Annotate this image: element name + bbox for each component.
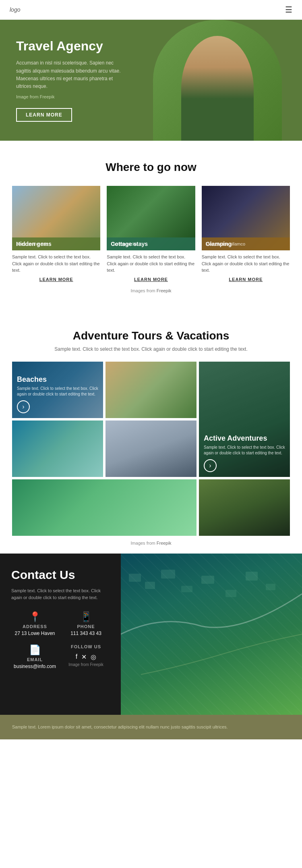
card-label-1: Hidden gems — [12, 236, 100, 250]
svg-rect-4 — [201, 576, 214, 584]
adv-overlay-active: Active Adventures Sample text. Click to … — [199, 362, 290, 477]
address-label: ADDRESS — [23, 624, 47, 629]
adv-cell-mountain[interactable] — [105, 420, 197, 477]
phone-value: 111 343 43 43 — [70, 631, 101, 636]
adv-cell-active[interactable]: Active Adventures Sample text. Click to … — [199, 362, 290, 477]
facebook-icon[interactable]: f — [76, 653, 77, 661]
email-label: EMAIL — [27, 657, 43, 662]
adventure-grid: Beaches Sample text. Click to select the… — [12, 362, 290, 536]
svg-rect-6 — [246, 572, 258, 581]
contact-phone-item: 📱 PHONE 111 343 43 43 — [62, 611, 110, 636]
card-image-tent: Hidden gems Sites on the rise — [12, 186, 100, 250]
svg-rect-7 — [266, 584, 275, 590]
card-hidden-gems[interactable]: Hidden gems Sites on the rise Sample tex… — [12, 186, 100, 282]
adv-btn-active[interactable]: › — [204, 459, 217, 472]
contact-address-item: 📍 ADDRESS 27 13 Lowe Haven — [11, 611, 58, 636]
card-label-bg-1: Hidden gems Sites on the rise — [12, 237, 100, 250]
header: logo ☰ — [0, 0, 302, 20]
contact-title: Contact Us — [11, 568, 110, 582]
adv-title-active: Active Adventures — [204, 434, 285, 443]
adv-overlay-beaches: Beaches Sample text. Click to select the… — [12, 362, 103, 418]
footer-text: Sample text. Lorem ipsum dolor sit amet,… — [12, 724, 290, 731]
twitter-x-icon[interactable]: ✕ — [81, 653, 87, 661]
svg-rect-1 — [145, 582, 155, 589]
aerial-overlay-svg — [121, 554, 302, 715]
adv-cell-palm[interactable] — [12, 479, 197, 536]
card-glamping[interactable]: Glamping Exercitation ullamco Sample tex… — [202, 186, 290, 282]
card-text-2: Sample text. Click to select the text bo… — [107, 254, 195, 274]
card-text-3: Sample text. Click to select the text bo… — [202, 254, 290, 274]
cards-grid: Hidden gems Sites on the rise Sample tex… — [12, 186, 290, 282]
adventure-subtitle: Sample text. Click to select the text bo… — [12, 346, 290, 352]
follow-label: FOLLOW US — [71, 644, 101, 649]
card-image-cabin: Cottage stays Our top picks — [107, 186, 195, 250]
instagram-icon[interactable]: ◎ — [91, 653, 96, 661]
contact-section: Contact Us Sample text. Click to select … — [0, 554, 302, 715]
hero-section: Travel Agency Accumsan in nisl nisi scel… — [0, 20, 302, 141]
hero-image-credit: Image from Freepik — [16, 94, 129, 101]
card-text-1: Sample text. Click to select the text bo… — [12, 254, 100, 274]
card-label-2: Cottage stays — [107, 236, 195, 250]
social-freepik-link[interactable]: Freepik — [90, 662, 103, 667]
where-freepik-link[interactable]: Freepik — [157, 288, 172, 293]
svg-rect-2 — [161, 570, 175, 579]
social-image-credit: Image from — [68, 662, 89, 667]
card-label-3: Glamping — [202, 236, 290, 250]
where-freepik-credit: Images from Freepik — [12, 288, 290, 293]
email-value: business@info.com — [14, 664, 56, 669]
social-row: f ✕ ◎ — [76, 653, 96, 661]
where-title: Where to go now — [12, 161, 290, 174]
phone-label: PHONE — [77, 624, 95, 629]
address-icon: 📍 — [29, 611, 41, 622]
svg-rect-5 — [225, 590, 236, 597]
footer: Sample text. Lorem ipsum dolor sit amet,… — [0, 715, 302, 740]
contact-left: Contact Us Sample text. Click to select … — [0, 554, 121, 715]
learn-more-3[interactable]: LEARN MORE — [202, 277, 290, 282]
learn-more-button[interactable]: LEARN MORE — [16, 108, 72, 122]
hero-person-image — [153, 20, 282, 141]
adv-cell-forest[interactable] — [105, 362, 197, 418]
where-section: Where to go now Hidden gems Sites on the… — [0, 141, 302, 313]
adventure-freepik-link[interactable]: Freepik — [157, 541, 172, 545]
card-label-bg-3: Glamping Exercitation ullamco — [202, 237, 290, 250]
contact-email-item: 📄 EMAIL business@info.com — [11, 644, 58, 669]
adv-desc-beaches: Sample text. Click to select the text bo… — [17, 386, 98, 397]
adv-cell-road[interactable] — [199, 479, 290, 536]
svg-rect-3 — [181, 586, 192, 592]
svg-rect-0 — [129, 574, 141, 582]
adventure-section: Adventure Tours & Vacations Sample text.… — [0, 313, 302, 554]
card-label-bg-2: Cottage stays Our top picks — [107, 237, 195, 250]
adventure-freepik-credit: Images from Freepik — [12, 541, 290, 545]
hero-image — [133, 20, 302, 141]
adv-cell-coast[interactable] — [12, 420, 103, 477]
email-icon: 📄 — [29, 644, 41, 656]
adv-cell-beaches[interactable]: Beaches Sample text. Click to select the… — [12, 362, 103, 418]
card-image-glamp: Glamping Exercitation ullamco — [202, 186, 290, 250]
card-cottage-stays[interactable]: Cottage stays Our top picks Sample text.… — [107, 186, 195, 282]
hero-description: Accumsan in nisl nisi scelerisque. Sapie… — [16, 59, 129, 90]
adventure-title: Adventure Tours & Vacations — [12, 329, 290, 342]
address-value: 27 13 Lowe Haven — [14, 631, 55, 636]
adv-desc-active: Sample text. Click to select the text bo… — [204, 445, 285, 456]
contact-grid: 📍 ADDRESS 27 13 Lowe Haven 📱 PHONE 111 3… — [11, 611, 110, 669]
logo: logo — [10, 6, 20, 13]
adv-btn-beaches[interactable]: › — [17, 400, 30, 413]
learn-more-1[interactable]: LEARN MORE — [12, 277, 100, 282]
learn-more-2[interactable]: LEARN MORE — [107, 277, 195, 282]
phone-icon: 📱 — [80, 611, 92, 622]
hero-content: Travel Agency Accumsan in nisl nisi scel… — [0, 23, 145, 137]
contact-right-image — [121, 554, 302, 715]
hero-title: Travel Agency — [16, 39, 129, 54]
adv-title-beaches: Beaches — [17, 375, 98, 384]
contact-description: Sample text. Click to select the text bo… — [11, 587, 110, 602]
freepik-link[interactable]: Freepik — [40, 94, 55, 99]
contact-social-item: FOLLOW US f ✕ ◎ Image from Freepik — [62, 644, 110, 669]
menu-icon[interactable]: ☰ — [285, 5, 292, 15]
